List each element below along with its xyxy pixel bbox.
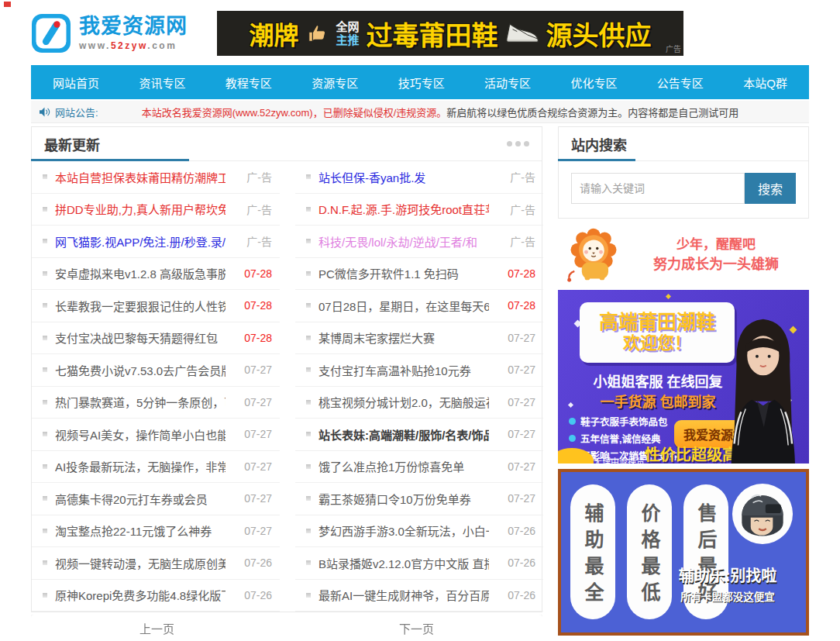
list-item: 霸王茶姬猜口令10万份免单券 07-27 <box>295 483 543 515</box>
sidebar: 站内搜索 搜索 <box>558 126 809 636</box>
bullet-square-icon <box>43 336 47 340</box>
article-link[interactable]: 本站自营担保表妹莆田精仿潮牌工厂代 <box>55 169 225 185</box>
list-item: 淘宝整点抢22-11元饿了么神券 07-27 <box>32 515 280 548</box>
cartoon-lion-icon <box>564 226 623 284</box>
nav-item[interactable]: 公告专区 <box>657 74 704 91</box>
lion-ad-line2: 努力成长为一头雄狮 <box>623 254 809 275</box>
bullet-square-icon <box>306 174 311 179</box>
item-date: 广-告 <box>495 169 542 184</box>
item-date: 07-26 <box>232 557 278 569</box>
bullet-square-icon <box>43 303 47 308</box>
item-date: 07-27 <box>232 396 278 408</box>
top-ad-banner[interactable]: 潮牌 全网 主推 过毒莆田鞋 源头供应 广告 <box>217 11 683 56</box>
bullet-square-icon <box>43 367 47 372</box>
article-link[interactable]: 视频号AI美女，操作简单小白也能轻松 <box>55 426 225 443</box>
site-url: www.52zyw.com <box>79 40 188 51</box>
lion-ad-line1: 少年，醒醒吧 <box>623 235 809 255</box>
nav-item[interactable]: 网站首页 <box>53 74 99 91</box>
article-link[interactable]: D.N.F.起.源.手.游珂技免root直荘苹果 <box>318 201 489 217</box>
article-link[interactable]: 07日28日，星期日，在这里每天60秒 <box>318 298 489 314</box>
list-item: 高德集卡得20元打车券或会员 07-27 <box>32 483 280 515</box>
dot-icon <box>569 418 576 425</box>
nav-item[interactable]: 活动专区 <box>484 74 531 91</box>
article-link[interactable]: 长辈教我一定要狠狠记住的人性铁律 <box>55 298 225 314</box>
article-link[interactable]: 站长表妹:高端潮鞋/服饰/名表/饰品 <box>318 426 489 443</box>
bullet-square-icon <box>306 367 311 372</box>
speaker-icon <box>39 107 50 117</box>
item-date: 07-28 <box>232 332 278 344</box>
putian-headline2: 欢迎您！ <box>623 333 691 353</box>
putian-ad-headline-card: 高端莆田潮鞋 欢迎您！ <box>580 302 735 363</box>
list-item: 07日28日，星期日，在这里每天60秒 07-28 <box>295 290 543 322</box>
article-link[interactable]: 视频一键转动漫，无脑生成原创美女视 <box>55 555 225 571</box>
helmet-meme-face-icon <box>732 483 794 545</box>
site-title: 我爱资源网 <box>79 16 188 39</box>
article-link[interactable]: 饿了么准点抢1万份惊喜免单 <box>318 458 489 474</box>
putian-headline1: 高端莆田潮鞋 <box>599 311 715 333</box>
latest-updates-title: 最新更新 <box>44 134 100 154</box>
next-page-button[interactable]: 下一页 <box>291 615 542 641</box>
article-link[interactable]: AI投条最新玩法，无脑操作，非常适合 <box>55 458 225 474</box>
bullet-square-icon <box>306 207 311 212</box>
article-link[interactable]: 某博周末宅家摆烂大赛 <box>318 329 489 346</box>
search-input[interactable] <box>571 173 745 204</box>
list-item: 视频一键转动漫，无脑生成原创美女视 07-26 <box>32 547 280 580</box>
bullet-square-icon <box>43 464 47 469</box>
article-link[interactable]: 淘宝整点抢22-11元饿了么神券 <box>55 522 225 539</box>
item-date: 07-27 <box>495 460 542 473</box>
main-column: 最新更新 本站自营担保表妹莆田精仿潮牌工厂代 广-告 拼DD专业助,力,真人新用… <box>31 126 542 641</box>
article-link[interactable]: 拼DD专业助,力,真人新用户帮坎免菲拿 <box>55 201 225 217</box>
prev-page-button[interactable]: 上一页 <box>31 615 283 641</box>
nav-item[interactable]: 技巧专区 <box>398 74 445 91</box>
search-button[interactable]: 搜索 <box>745 173 796 204</box>
item-date: 07-27 <box>495 428 542 440</box>
article-link[interactable]: 站长但保-香yan批.发 <box>318 169 489 185</box>
article-link[interactable]: 安卓虚拟来电v1.2.8 高级版急事脱身神 <box>55 265 225 281</box>
site-search-title: 站内搜索 <box>571 134 627 154</box>
article-link[interactable]: 支付宝打车高温补贴抢10元券 <box>318 362 489 378</box>
putian-shoes-ad[interactable]: 高端莆田潮鞋 欢迎您！ 小姐姐客服 在线回复 一手货源 包邮到家 鞋子衣服手表饰… <box>558 290 809 464</box>
nav-item[interactable]: 资讯专区 <box>139 74 185 91</box>
three-dots-icon[interactable] <box>504 141 529 146</box>
dot-icon <box>569 435 576 442</box>
nav-item[interactable]: 资源专区 <box>312 74 358 91</box>
bullet-square-icon <box>43 207 47 212</box>
bullet-square-icon <box>43 529 47 533</box>
nav-item[interactable]: 本站Q群 <box>743 74 787 91</box>
ad-pill: 辅助最全 <box>570 484 615 619</box>
ad-bullet-item: 鞋子衣服手表饰品包 <box>569 414 677 429</box>
latest-updates-header: 最新更新 <box>32 127 542 161</box>
helmet-wrap <box>732 483 794 548</box>
article-link[interactable]: 七猫免费小说v7.53.0去广告会员版 更 <box>55 362 225 378</box>
list-item: 支付宝决战巴黎每天猜题得红包 07-28 <box>32 322 280 355</box>
list-item: 站长表妹:高端潮鞋/服饰/名表/饰品 07-27 <box>295 419 543 451</box>
nav-item[interactable]: 优化专区 <box>570 74 617 91</box>
fuzhu-assist-ad[interactable]: 辅助最全 价格最低 售后最好 辅助乐:别找啦 <box>558 469 809 636</box>
article-link[interactable]: 霸王茶姬猜口令10万份免单券 <box>318 491 489 507</box>
list-item: 拼DD专业助,力,真人新用户帮坎免菲拿 广-告 <box>32 194 280 226</box>
nav-item[interactable]: 教程专区 <box>225 74 272 91</box>
bullet-square-icon <box>43 271 47 276</box>
bullet-square-icon <box>306 464 311 469</box>
article-link[interactable]: 桃宝视频分城计划2.0，无脑般运视 <box>318 394 489 410</box>
list-item: 长辈教我一定要狠狠记住的人性铁律 07-28 <box>32 290 280 322</box>
ad-bullet-text: 鞋子衣服手表饰品包 <box>580 414 668 429</box>
article-link[interactable]: 梦幻西游手游3.0全新玩法，小白一部 <box>318 522 489 539</box>
content: 最新更新 本站自营担保表妹莆田精仿潮牌工厂代 广-告 拼DD专业助,力,真人新用… <box>0 126 840 641</box>
list-item: 网飞猫影.视APP/免注.册/秒登.录/秒播 广-告 <box>32 226 280 258</box>
article-link[interactable]: 科技/无畏/lol/永劫/逆战/王者/和 <box>318 233 489 250</box>
bullet-square-icon <box>306 560 311 565</box>
article-link[interactable]: 原神Korepi免费多功能4.8绿化版下载 <box>55 587 225 603</box>
article-link[interactable]: 热门暴款赛道，5分钟一条原创，可发 <box>55 394 225 410</box>
article-link[interactable]: 最新AI一键生成财神爷，百分百原创， <box>318 587 489 603</box>
article-link[interactable]: 网飞猫影.视APP/免注.册/秒登.录/秒播 <box>55 233 225 250</box>
item-date: 07-27 <box>232 492 278 505</box>
lion-motivation-ad[interactable]: 少年，醒醒吧 努力成长为一头雄狮 <box>558 223 809 287</box>
news-column-left: 本站自营担保表妹莆田精仿潮牌工厂代 广-告 拼DD专业助,力,真人新用户帮坎免菲… <box>32 161 280 612</box>
article-link[interactable]: 支付宝决战巴黎每天猜题得红包 <box>55 329 225 346</box>
article-link[interactable]: PC微信多开软件1.1 免扫码 <box>318 265 489 281</box>
site-logo[interactable]: 我爱资源网 www.52zyw.com <box>31 13 192 53</box>
article-link[interactable]: 高德集卡得20元打车券或会员 <box>55 491 225 507</box>
article-link[interactable]: B站录播姬v2.12.0官方中文版 直播录 <box>318 555 489 571</box>
item-date: 07-27 <box>232 364 278 376</box>
